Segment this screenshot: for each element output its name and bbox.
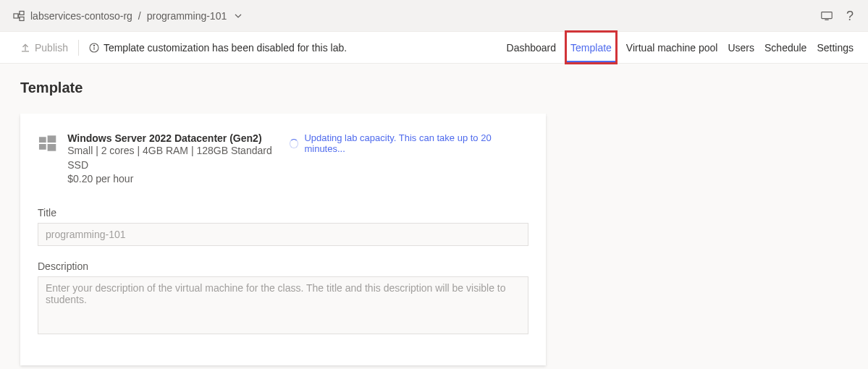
title-input[interactable] [38, 223, 528, 246]
tab-vmpool[interactable]: Virtual machine pool [626, 32, 718, 63]
tab-schedule[interactable]: Schedule [764, 32, 806, 63]
tab-dashboard[interactable]: Dashboard [507, 32, 557, 63]
tab-settings[interactable]: Settings [817, 32, 854, 63]
top-bar: labservices-contoso-rg / programming-101… [0, 0, 868, 32]
vm-meta: Small | 2 cores | 4GB RAM | 128GB Standa… [67, 144, 290, 172]
svg-rect-5 [822, 12, 832, 18]
template-card: Windows Server 2022 Datacenter (Gen2) Sm… [20, 114, 546, 365]
upload-icon [20, 43, 30, 53]
breadcrumb: labservices-contoso-rg / programming-101 [13, 10, 243, 22]
description-field: Description [38, 260, 528, 336]
description-input[interactable] [38, 276, 528, 334]
help-icon[interactable]: ? [846, 9, 854, 22]
tab-template[interactable]: Template [566, 32, 616, 63]
spinner-icon [290, 139, 299, 148]
svg-rect-12 [39, 137, 46, 143]
publish-label: Publish [35, 42, 68, 54]
separator [78, 40, 79, 56]
page-body: Template Windows Server 2022 Datacenter … [0, 64, 868, 369]
breadcrumb-sep: / [138, 10, 141, 22]
vm-title: Windows Server 2022 Datacenter (Gen2) [67, 132, 290, 144]
svg-rect-2 [20, 17, 24, 20]
publish-button: Publish [20, 42, 68, 54]
breadcrumb-rg[interactable]: labservices-contoso-rg [30, 10, 132, 22]
svg-rect-0 [14, 14, 18, 18]
top-right-icons: ? [820, 9, 854, 22]
svg-rect-14 [39, 144, 46, 150]
svg-rect-15 [48, 144, 56, 151]
svg-rect-13 [48, 135, 56, 143]
windows-icon [38, 134, 57, 154]
vm-summary-row: Windows Server 2022 Datacenter (Gen2) Sm… [38, 132, 528, 187]
tabs: Dashboard Template Virtual machine pool … [507, 32, 854, 63]
title-label: Title [38, 207, 528, 219]
resource-group-icon [13, 10, 25, 22]
title-field: Title [38, 207, 528, 246]
status-message: Updating lab capacity. This can take up … [290, 132, 528, 154]
breadcrumb-lab[interactable]: programming-101 [147, 10, 227, 22]
command-bar: Publish Template customization has been … [0, 32, 868, 64]
svg-point-11 [93, 45, 94, 46]
svg-rect-1 [20, 11, 24, 14]
page-title: Template [20, 80, 868, 96]
chevron-down-icon[interactable] [234, 12, 243, 20]
feedback-icon[interactable] [820, 9, 833, 22]
notice: Template customization has been disabled… [89, 42, 347, 54]
info-icon [89, 43, 99, 53]
notice-text: Template customization has been disabled… [104, 42, 347, 54]
description-label: Description [38, 260, 528, 272]
status-text: Updating lab capacity. This can take up … [304, 132, 528, 154]
tab-users[interactable]: Users [728, 32, 754, 63]
vm-price: $0.20 per hour [67, 172, 290, 187]
